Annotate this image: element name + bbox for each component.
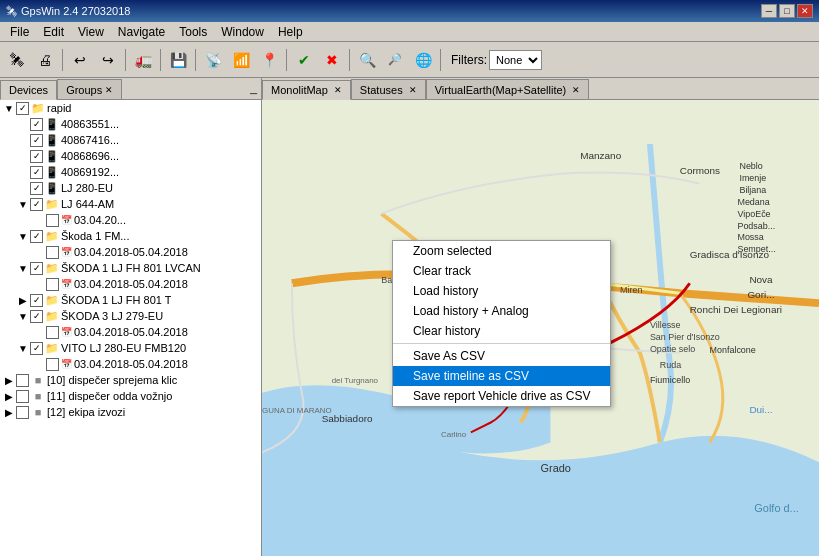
folder-icon: 📁: [45, 294, 59, 307]
checkbox-lj644[interactable]: [30, 198, 43, 211]
checkbox-skoda3[interactable]: [30, 310, 43, 323]
tree-row-lj644[interactable]: ▼ 📁 LJ 644-AM: [0, 196, 261, 212]
checkbox-lj644-date[interactable]: [46, 214, 59, 227]
checkbox-skoda1lj-date[interactable]: [46, 278, 59, 291]
checkbox-dev2[interactable]: [30, 134, 43, 147]
filter-select[interactable]: None: [489, 50, 542, 70]
tb-signal-icon[interactable]: 📶: [228, 47, 254, 73]
tb-print-icon[interactable]: 🖨: [32, 47, 58, 73]
checkbox-disp1[interactable]: [16, 374, 29, 387]
tb-truck-icon[interactable]: 🚛: [130, 47, 156, 73]
map-tab-statuses[interactable]: Statuses ✕: [351, 79, 426, 99]
ctx-zoom-selected[interactable]: Zoom selected: [393, 241, 610, 261]
device-tree[interactable]: ▼ 📁 rapid 📱 40863551... 📱 40867416...: [0, 100, 261, 556]
tree-row-rapid[interactable]: ▼ 📁 rapid: [0, 100, 261, 116]
tree-row-dev1[interactable]: 📱 40863551...: [0, 116, 261, 132]
checkbox-dev1[interactable]: [30, 118, 43, 131]
map-tab-virtualearth-close[interactable]: ✕: [572, 85, 580, 95]
tb-antenna-icon[interactable]: 📡: [200, 47, 226, 73]
menu-help[interactable]: Help: [272, 24, 309, 40]
tree-row-lj644-date[interactable]: 📅 03.04.20...: [0, 212, 261, 228]
tb-zoom-out-icon[interactable]: 🔎: [382, 47, 408, 73]
ctx-save-csv[interactable]: Save As CSV: [393, 346, 610, 366]
tree-row-dev2[interactable]: 📱 40867416...: [0, 132, 261, 148]
checkbox-lj280[interactable]: [30, 182, 43, 195]
tb-gps-icon[interactable]: 🛰: [4, 47, 30, 73]
tb-x-icon[interactable]: ✖: [319, 47, 345, 73]
checkbox-dev4[interactable]: [30, 166, 43, 179]
tb-globe-icon[interactable]: 🌐: [410, 47, 436, 73]
map-tab-statuses-close[interactable]: ✕: [409, 85, 417, 95]
tb-sep3: [160, 49, 161, 71]
checkbox-skoda1fm-date[interactable]: [46, 246, 59, 259]
tree-row-dev3[interactable]: 📱 40868696...: [0, 148, 261, 164]
panel-minimize-button[interactable]: ─: [246, 88, 261, 99]
tree-row-skoda1fh[interactable]: ▶ 📁 ŠKODA 1 LJ FH 801 T: [0, 292, 261, 308]
checkbox-skoda1fm[interactable]: [30, 230, 43, 243]
menu-navigate[interactable]: Navigate: [112, 24, 171, 40]
tree-row-skoda3-date[interactable]: 📅 03.04.2018-05.04.2018: [0, 324, 261, 340]
calendar-icon: 📅: [61, 279, 72, 289]
tree-row-disp2[interactable]: ▶ ■ [11] dispečer odda vožnjo: [0, 388, 261, 404]
close-button[interactable]: ✕: [797, 4, 813, 18]
device-icon: 📱: [45, 150, 59, 163]
map-tab-virtualearth[interactable]: VirtualEarth(Map+Satellite) ✕: [426, 79, 590, 99]
ctx-load-history-analog[interactable]: Load history + Analog: [393, 301, 610, 321]
checkbox-skoda3-date[interactable]: [46, 326, 59, 339]
minimize-button[interactable]: ─: [761, 4, 777, 18]
checkbox-vito-date[interactable]: [46, 358, 59, 371]
checkbox-dev3[interactable]: [30, 150, 43, 163]
svg-text:Ruda: Ruda: [660, 360, 681, 370]
svg-text:Manzano: Manzano: [580, 150, 621, 161]
tree-row-skoda1fm-date[interactable]: 📅 03.04.2018-05.04.2018: [0, 244, 261, 260]
tab-devices[interactable]: Devices: [0, 80, 57, 100]
svg-text:Medana: Medana: [737, 197, 769, 207]
expand-icon: ▼: [16, 263, 30, 274]
ctx-clear-track[interactable]: Clear track: [393, 261, 610, 281]
tb-check-icon[interactable]: ✔: [291, 47, 317, 73]
map-tab-statuses-label: Statuses: [360, 84, 403, 96]
map-tab-monolitmap-close[interactable]: ✕: [334, 85, 342, 95]
ctx-save-timeline-csv[interactable]: Save timeline as CSV: [393, 366, 610, 386]
tree-row-vito[interactable]: ▼ 📁 VITO LJ 280-EU FMB120: [0, 340, 261, 356]
tree-row-disp1[interactable]: ▶ ■ [10] dispečer sprejema klic: [0, 372, 261, 388]
tree-row-vito-date[interactable]: 📅 03.04.2018-05.04.2018: [0, 356, 261, 372]
menu-window[interactable]: Window: [215, 24, 270, 40]
checkbox-vito[interactable]: [30, 342, 43, 355]
map-content[interactable]: Manzano Cormons Palmanova Gradisca d'Iso…: [262, 100, 819, 556]
menu-edit[interactable]: Edit: [37, 24, 70, 40]
checkbox-disp3[interactable]: [16, 406, 29, 419]
maximize-button[interactable]: □: [779, 4, 795, 18]
tab-groups[interactable]: Groups ✕: [57, 79, 122, 99]
ctx-clear-history[interactable]: Clear history: [393, 321, 610, 341]
tree-row-disp3[interactable]: ▶ ■ [12] ekipa izvozi: [0, 404, 261, 420]
tree-row-lj280[interactable]: 📱 LJ 280-EU: [0, 180, 261, 196]
tree-label-dev4: 40869192...: [61, 166, 119, 178]
tb-pin-icon[interactable]: 📍: [256, 47, 282, 73]
tab-groups-close[interactable]: ✕: [105, 85, 113, 95]
tb-zoom-in-icon[interactable]: 🔍: [354, 47, 380, 73]
tree-row-skoda3[interactable]: ▼ 📁 ŠKODA 3 LJ 279-EU: [0, 308, 261, 324]
checkbox-skoda1lj[interactable]: [30, 262, 43, 275]
menu-view[interactable]: View: [72, 24, 110, 40]
map-tab-monolitmap[interactable]: MonolitMap ✕: [262, 80, 351, 100]
menu-file[interactable]: File: [4, 24, 35, 40]
checkbox-rapid[interactable]: [16, 102, 29, 115]
tree-label-lj280: LJ 280-EU: [61, 182, 113, 194]
checkbox-disp2[interactable]: [16, 390, 29, 403]
tree-row-skoda1lj[interactable]: ▼ 📁 ŠKODA 1 LJ FH 801 LVCAN: [0, 260, 261, 276]
tree-row-skoda1lj-date[interactable]: 📅 03.04.2018-05.04.2018: [0, 276, 261, 292]
tb-redo-icon[interactable]: ↪: [95, 47, 121, 73]
tree-label-lj644: LJ 644-AM: [61, 198, 114, 210]
tb-sep4: [195, 49, 196, 71]
tb-undo-icon[interactable]: ↩: [67, 47, 93, 73]
menu-tools[interactable]: Tools: [173, 24, 213, 40]
tree-row-dev4[interactable]: 📱 40869192...: [0, 164, 261, 180]
ctx-load-history[interactable]: Load history: [393, 281, 610, 301]
ctx-save-report-csv[interactable]: Save report Vehicle drive as CSV: [393, 386, 610, 406]
checkbox-skoda1fh[interactable]: [30, 294, 43, 307]
tree-row-skoda1fm[interactable]: ▼ 📁 Škoda 1 FM...: [0, 228, 261, 244]
tb-save-icon[interactable]: 💾: [165, 47, 191, 73]
svg-text:Monfalcone: Monfalcone: [710, 345, 756, 355]
svg-text:Villesse: Villesse: [650, 320, 681, 330]
